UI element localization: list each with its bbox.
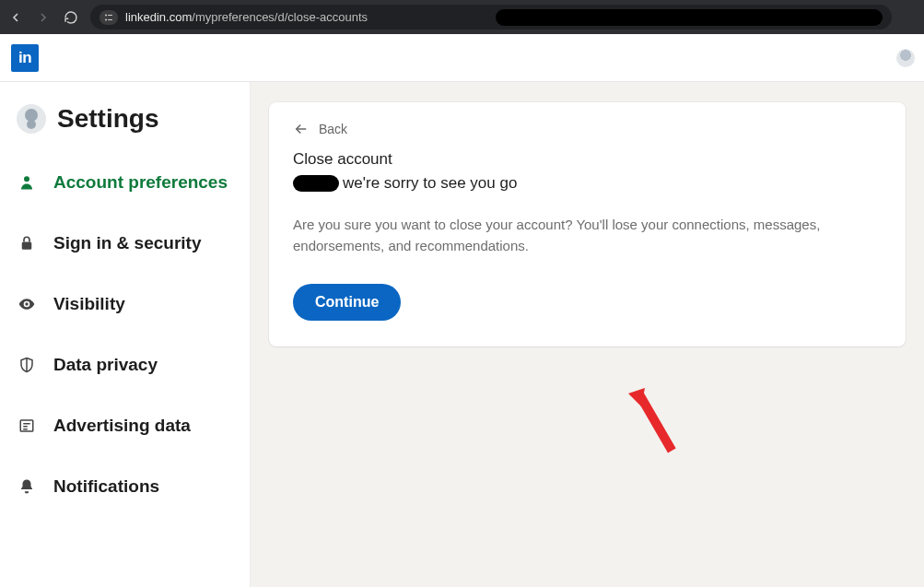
sidebar-item-account-preferences[interactable]: Account preferences [0, 152, 250, 213]
profile-avatar[interactable] [896, 49, 915, 67]
svg-rect-12 [636, 393, 676, 453]
app-header: in [0, 34, 924, 82]
browser-address-bar[interactable]: linkedin.com/mypreferences/d/close-accou… [90, 5, 892, 29]
annotation-arrow [623, 386, 696, 478]
browser-reload-button[interactable] [63, 9, 79, 26]
sidebar-item-notifications[interactable]: Notifications [0, 456, 250, 517]
settings-avatar-icon [17, 104, 46, 134]
svg-point-6 [25, 302, 28, 305]
browser-back-button[interactable] [7, 9, 24, 26]
sidebar-item-label: Notifications [53, 476, 159, 497]
back-label: Back [319, 122, 347, 136]
browser-toolbar: linkedin.com/mypreferences/d/close-accou… [0, 0, 924, 34]
sidebar-item-advertising-data[interactable]: Advertising data [0, 395, 250, 456]
sidebar-item-visibility[interactable]: Visibility [0, 274, 250, 335]
sidebar-item-label: Account preferences [53, 172, 228, 193]
svg-marker-11 [628, 388, 645, 406]
settings-heading: Settings [0, 104, 250, 152]
shield-icon [17, 355, 37, 375]
svg-point-4 [24, 176, 29, 182]
sidebar-item-label: Data privacy [53, 355, 158, 375]
settings-sidebar: Settings Account preferences Sign in & s… [0, 82, 251, 587]
card-subtitle-text: we're sorry to see you go [343, 174, 517, 193]
browser-url: linkedin.com/mypreferences/d/close-accou… [125, 10, 368, 24]
svg-rect-5 [22, 242, 32, 250]
svg-point-2 [105, 18, 107, 20]
svg-rect-1 [108, 15, 112, 16]
person-icon [17, 172, 37, 193]
browser-forward-button[interactable] [35, 9, 52, 26]
site-info-icon[interactable] [99, 10, 118, 25]
card-subtitle: we're sorry to see you go [293, 174, 882, 193]
eye-icon [17, 294, 37, 314]
card-title: Close account [293, 150, 882, 169]
newspaper-icon [17, 416, 37, 436]
sidebar-item-label: Advertising data [53, 416, 191, 436]
lock-icon [17, 233, 37, 253]
back-button[interactable]: Back [293, 121, 882, 137]
settings-nav-list: Account preferences Sign in & security V… [0, 152, 250, 517]
bell-icon [17, 476, 37, 497]
continue-button[interactable]: Continue [293, 284, 401, 321]
close-account-card: Back Close account we're sorry to see yo… [269, 102, 906, 346]
settings-title: Settings [57, 104, 158, 134]
sidebar-item-sign-in-security[interactable]: Sign in & security [0, 213, 250, 274]
linkedin-logo[interactable]: in [11, 44, 39, 72]
redacted-name [293, 175, 339, 192]
card-body-text: Are you sure you want to close your acco… [293, 215, 882, 256]
sidebar-item-data-privacy[interactable]: Data privacy [0, 335, 250, 395]
redacted-region [496, 9, 883, 26]
sidebar-item-label: Visibility [53, 294, 125, 314]
main-content: Back Close account we're sorry to see yo… [251, 82, 924, 587]
svg-point-0 [105, 14, 107, 16]
svg-rect-3 [108, 19, 112, 20]
arrow-left-icon [293, 121, 310, 137]
sidebar-item-label: Sign in & security [53, 233, 201, 253]
